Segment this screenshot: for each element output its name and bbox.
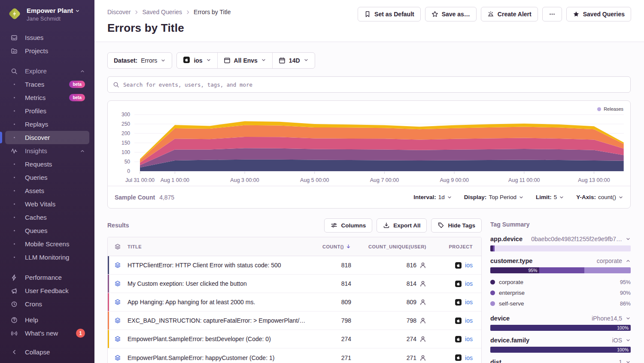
bookmark-icon (364, 11, 371, 18)
bullet-dot (10, 163, 18, 165)
button-label: Saved Queries (583, 11, 625, 18)
tag-facet-header[interactable]: app.device0baebc0de4982f1255f2e9e9fb7… (490, 236, 631, 242)
save-as-button[interactable]: Save as… (425, 7, 477, 21)
org-switcher[interactable]: Empower Plant Jane Schmidt (0, 0, 94, 27)
control-label: Interval: (413, 194, 436, 200)
breadcrumb-item[interactable]: Discover (107, 9, 131, 15)
tag-facet-customer-type: customer.typecorporate95%corporate95%ent… (490, 257, 631, 309)
export-all-button[interactable]: Export All (377, 218, 427, 233)
sidebar-item-user-feedback[interactable]: User Feedback (5, 284, 89, 297)
sidebar-item-insights[interactable]: Insights (5, 144, 89, 157)
project-link[interactable]: ios (465, 336, 473, 342)
display-control[interactable]: Display:Top Period (464, 194, 524, 200)
layers-icon[interactable] (108, 317, 128, 324)
hide-tags-button[interactable]: Hide Tags (431, 218, 482, 233)
sidebar-item-label: Profiles (25, 107, 46, 115)
x-axis-tick-label: Aug 9 00:00 (440, 177, 468, 183)
tag-facet-header[interactable]: deviceiPhone14,5 (490, 315, 631, 322)
create-alert-button[interactable]: Create Alert (481, 7, 538, 21)
error-title-link[interactable]: EmpowerPlant.SampleError: bestDeveloper … (128, 336, 311, 342)
saved-queries-button[interactable]: Saved Queries (566, 7, 631, 21)
columns-button[interactable]: Columns (324, 218, 372, 233)
sidebar-item-label: Traces (25, 81, 44, 88)
chevron-down-icon (519, 195, 524, 200)
date-range-filter[interactable]: 14D (272, 53, 315, 68)
bullet-dot (10, 97, 18, 98)
project-link[interactable]: ios (465, 280, 473, 287)
layers-icon[interactable] (108, 262, 128, 269)
sidebar-item-discover[interactable]: Discover (5, 131, 89, 144)
tag-distribution-bar[interactable] (490, 245, 631, 251)
error-title-link[interactable]: EXC_BAD_INSTRUCTION: captureFatalError: … (128, 317, 311, 324)
tag-distribution-bar[interactable]: 95% (490, 267, 631, 273)
dataset-filter[interactable]: Dataset: Errors (107, 52, 172, 69)
column-header-count[interactable]: COUNT() (311, 244, 358, 249)
column-header-count-unique[interactable]: COUNT_UNIQUE(USER) (358, 244, 433, 249)
tag-value-row[interactable]: self-serve86% (490, 298, 631, 309)
sidebar-item-traces[interactable]: Tracesbeta (5, 78, 89, 91)
sidebar-item-queries[interactable]: Queries (5, 171, 89, 184)
project-link[interactable]: ios (465, 262, 473, 269)
project-link[interactable]: ios (465, 299, 473, 306)
sidebar-item-replays[interactable]: Replays (5, 118, 89, 131)
sidebar-item-web-vitals[interactable]: Web Vitals (5, 197, 89, 211)
error-title-link[interactable]: HTTPClientError: HTTP Client Error with … (128, 262, 311, 269)
sidebar-item-requests[interactable]: Requests (5, 157, 89, 171)
column-header-title[interactable]: TITLE (128, 244, 311, 249)
set-as-default-button[interactable]: Set as Default (358, 7, 421, 21)
project-cell: ios (433, 299, 481, 306)
tag-value-row[interactable]: corporate95% (490, 277, 631, 287)
sidebar-item-crons[interactable]: Crons (5, 297, 89, 311)
error-title-link[interactable]: EmpowerPlant.SampleError: happyCustomer … (128, 354, 311, 361)
sidebar-item-help[interactable]: Help (5, 313, 89, 327)
tag-bar-segment (539, 267, 584, 273)
sidebar-item-llm-monitoring[interactable]: LLM Monitoring (5, 251, 89, 264)
tag-facet-header[interactable]: device.familyiOS (490, 337, 631, 344)
project-filter[interactable]: ios (177, 53, 217, 68)
chart-footer: Sample Count4,875 Interval:1dDisplay:Top… (108, 186, 630, 208)
sidebar-item-assets[interactable]: Assets (5, 184, 89, 197)
sidebar-item-performance[interactable]: Performance (5, 271, 89, 284)
more-options-button[interactable] (542, 7, 562, 21)
search-input[interactable] (123, 82, 625, 88)
header-actions: Set as DefaultSave as…Create AlertSaved … (358, 7, 631, 21)
sidebar-nav: IssuesProjectsExploreTracesbetaMetricsbe… (0, 31, 94, 340)
sidebar-item-metrics[interactable]: Metricsbeta (5, 91, 89, 104)
layers-icon[interactable] (108, 354, 128, 361)
tag-summary-list: app.device0baebc0de4982f1255f2e9e9fb7…cu… (490, 236, 631, 363)
tag-distribution-bar[interactable]: 100% (490, 325, 631, 331)
tag-facet-header[interactable]: dist1 (490, 359, 631, 363)
error-title-link[interactable]: App Hanging: App hanging for at least 20… (128, 299, 311, 306)
tag-facet-header[interactable]: customer.typecorporate (490, 257, 631, 264)
layers-icon[interactable] (108, 299, 128, 306)
y-axis-control[interactable]: Y-Axis:count() (576, 194, 623, 200)
sidebar-item-caches[interactable]: Caches (5, 211, 89, 224)
interval-control[interactable]: Interval:1d (413, 194, 452, 200)
layers-icon[interactable] (108, 280, 128, 287)
collapse-button[interactable]: Collapse (5, 345, 89, 359)
sidebar-item-profiles[interactable]: Profiles (5, 104, 89, 118)
breadcrumb-item[interactable]: Errors by Title (194, 9, 231, 15)
error-title-link[interactable]: My Custom exeption: User clicked the but… (128, 280, 311, 287)
sidebar-item-mobile-screens[interactable]: Mobile Screens (5, 237, 89, 251)
stacked-area-chart[interactable] (134, 113, 624, 175)
limit-control[interactable]: Limit:5 (536, 194, 564, 200)
sidebar-item-what-s-new[interactable]: What's new1 (5, 327, 89, 340)
breadcrumb-item[interactable]: Saved Queries (142, 9, 182, 15)
layers-icon[interactable] (108, 336, 128, 342)
tag-value-percent: 95% (620, 279, 631, 285)
bullet-dot (10, 230, 18, 231)
environment-filter[interactable]: All Envs (217, 53, 272, 68)
tag-value-row[interactable]: enterprise90% (490, 287, 631, 298)
column-header-project[interactable]: PROJECT (433, 244, 481, 249)
project-link[interactable]: ios (465, 317, 473, 324)
sidebar-item-projects[interactable]: Projects (5, 44, 89, 57)
sidebar-item-queues[interactable]: Queues (5, 224, 89, 237)
sidebar-item-explore[interactable]: Explore (5, 64, 89, 78)
tag-distribution-bar[interactable]: 100% (490, 347, 631, 353)
beta-badge: beta (69, 94, 85, 101)
project-link[interactable]: ios (465, 354, 473, 361)
chart-legend[interactable]: Releases (114, 105, 624, 113)
apple-icon (455, 317, 462, 324)
sidebar-item-issues[interactable]: Issues (5, 31, 89, 44)
